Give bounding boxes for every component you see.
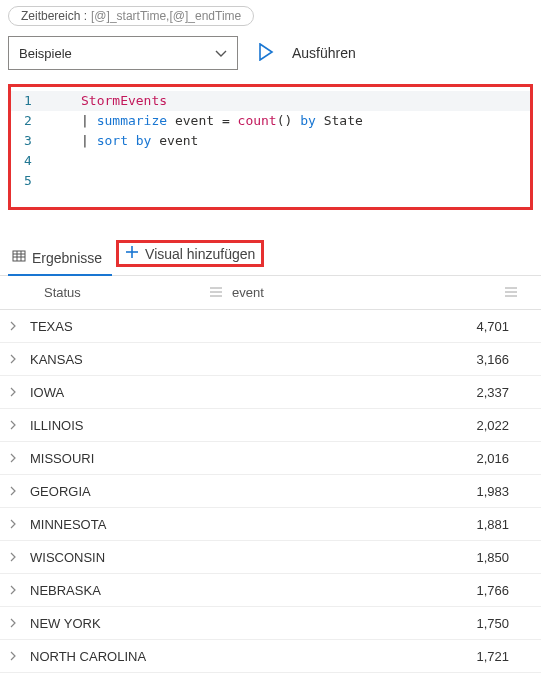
svg-rect-0 — [13, 251, 25, 261]
table-icon — [12, 249, 26, 266]
results-grid-body: TEXAS4,701KANSAS3,166IOWA2,337ILLINOIS2,… — [0, 310, 541, 675]
cell-status: NEW YORK — [22, 616, 232, 631]
table-row[interactable]: NEBRASKA1,766 — [0, 574, 541, 607]
table-row[interactable]: ILLINOIS2,022 — [0, 409, 541, 442]
expand-row-icon[interactable] — [8, 420, 22, 430]
column-menu-icon[interactable] — [210, 285, 222, 300]
cell-status: TEXAS — [22, 319, 232, 334]
line-number: 1 — [11, 91, 51, 111]
cell-status: ILLINOIS — [22, 418, 232, 433]
plus-icon — [125, 245, 139, 262]
expand-row-icon[interactable] — [8, 618, 22, 628]
expand-row-icon[interactable] — [8, 321, 22, 331]
column-header-event[interactable]: event — [232, 285, 264, 300]
expand-row-icon[interactable] — [8, 585, 22, 595]
run-button[interactable]: Ausführen — [258, 43, 356, 64]
cell-event: 1,750 — [232, 616, 533, 631]
table-row[interactable]: KANSAS3,166 — [0, 343, 541, 376]
expand-row-icon[interactable] — [8, 519, 22, 529]
query-toolbar: Beispiele Ausführen — [0, 36, 541, 84]
time-range-pill[interactable]: Zeitbereich : [@]_startTime,[@]_endTime — [8, 6, 254, 26]
cell-event: 1,721 — [232, 649, 533, 664]
tab-results[interactable]: Ergebnisse — [8, 241, 112, 276]
line-number: 3 — [11, 131, 51, 151]
query-editor[interactable]: 1 StormEvents 2 | summarize event = coun… — [11, 91, 530, 203]
table-row[interactable]: NEW YORK1,750 — [0, 607, 541, 640]
cell-event: 3,166 — [232, 352, 533, 367]
cell-event: 2,022 — [232, 418, 533, 433]
results-tabs: Ergebnisse Visual hinzufügen — [0, 232, 541, 276]
time-range-label: Zeitbereich : — [21, 9, 87, 23]
expand-row-icon[interactable] — [8, 453, 22, 463]
table-row[interactable]: MINNESOTA1,881 — [0, 508, 541, 541]
samples-dropdown[interactable]: Beispiele — [8, 36, 238, 70]
tab-results-label: Ergebnisse — [32, 250, 102, 266]
table-row[interactable]: NORTH CAROLINA1,721 — [0, 640, 541, 673]
chevron-down-icon — [215, 46, 227, 61]
expand-row-icon[interactable] — [8, 486, 22, 496]
results-grid-header: Status event — [0, 276, 541, 310]
table-row[interactable]: WISCONSIN1,850 — [0, 541, 541, 574]
expand-row-icon[interactable] — [8, 651, 22, 661]
line-number: 5 — [11, 171, 51, 191]
cell-status: NORTH CAROLINA — [22, 649, 232, 664]
cell-status: WISCONSIN — [22, 550, 232, 565]
cell-event: 1,983 — [232, 484, 533, 499]
table-row[interactable]: GEORGIA1,983 — [0, 475, 541, 508]
cell-event: 1,850 — [232, 550, 533, 565]
cell-event: 4,701 — [232, 319, 533, 334]
cell-event: 2,337 — [232, 385, 533, 400]
column-header-status[interactable]: Status — [44, 285, 81, 300]
tab-add-visual[interactable]: Visual hinzufügen — [112, 232, 274, 275]
run-button-label: Ausführen — [292, 45, 356, 61]
samples-dropdown-label: Beispiele — [19, 46, 72, 61]
line-number: 4 — [11, 151, 51, 171]
tab-add-visual-label: Visual hinzufügen — [145, 246, 255, 262]
cell-status: IOWA — [22, 385, 232, 400]
table-row[interactable]: MISSOURI2,016 — [0, 442, 541, 475]
cell-status: KANSAS — [22, 352, 232, 367]
line-number: 2 — [11, 111, 51, 131]
table-row[interactable]: TEXAS4,701 — [0, 310, 541, 343]
cell-event: 1,881 — [232, 517, 533, 532]
cell-status: MISSOURI — [22, 451, 232, 466]
cell-event: 2,016 — [232, 451, 533, 466]
cell-status: GEORGIA — [22, 484, 232, 499]
cell-status: MINNESOTA — [22, 517, 232, 532]
cell-status: NEBRASKA — [22, 583, 232, 598]
cell-event: 1,766 — [232, 583, 533, 598]
play-icon — [258, 43, 274, 64]
table-row[interactable]: IOWA2,337 — [0, 376, 541, 409]
time-range-value: [@]_startTime,[@]_endTime — [91, 9, 241, 23]
expand-row-icon[interactable] — [8, 552, 22, 562]
expand-row-icon[interactable] — [8, 387, 22, 397]
column-menu-icon[interactable] — [505, 285, 517, 300]
query-editor-highlight: 1 StormEvents 2 | summarize event = coun… — [8, 84, 533, 210]
expand-row-icon[interactable] — [8, 354, 22, 364]
